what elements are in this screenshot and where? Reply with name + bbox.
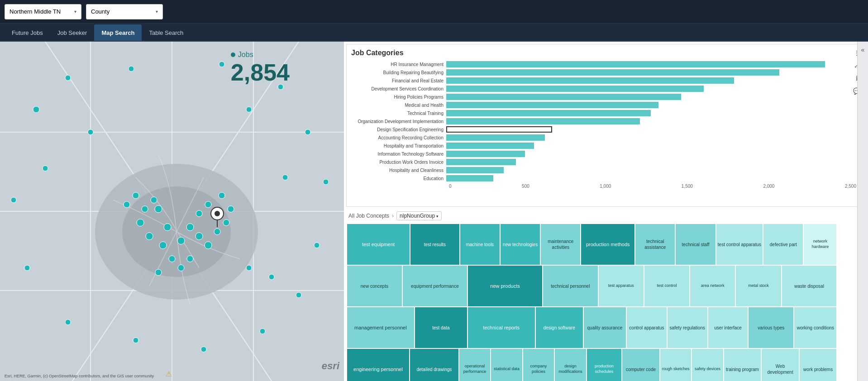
treemap-cell[interactable]: training program <box>724 349 761 381</box>
bar-row[interactable]: Hospitality and Transportation <box>351 142 861 149</box>
treemap-cell[interactable]: network hardware <box>804 224 836 265</box>
tab-map-search[interactable]: Map Search <box>94 24 142 41</box>
treemap-cell[interactable]: safety regulations <box>668 307 707 348</box>
bar-row[interactable]: Building Repairing Beautifying <box>351 69 861 76</box>
treemap-cell[interactable]: test data <box>415 307 467 348</box>
bar-row[interactable]: HR Insurance Managment <box>351 61 861 68</box>
treemap-cell[interactable]: waste disposal <box>782 266 837 306</box>
treemap-cell[interactable]: technical personnel <box>543 266 598 306</box>
treemap-cell[interactable]: new technologies <box>501 224 540 265</box>
treemap-cell[interactable]: detailed drawings <box>410 349 458 381</box>
treemap-cell[interactable]: technical assistance <box>635 224 675 265</box>
treemap-cell[interactable]: company policies <box>523 349 554 381</box>
treemap-cell[interactable]: user interface <box>708 307 748 348</box>
tab-table-search[interactable]: Table Search <box>142 24 191 41</box>
svg-point-52 <box>155 269 162 276</box>
treemap-cell[interactable]: test equipment <box>347 224 410 265</box>
treemap-cell[interactable]: quality assurance <box>584 307 626 348</box>
svg-point-19 <box>296 292 301 298</box>
treemap-cell[interactable]: engineering personnel <box>347 349 409 381</box>
treemap-cell[interactable]: operational performance <box>459 349 490 381</box>
bar-row[interactable]: Design Specification Engineering <box>351 126 861 133</box>
bar-label: Hospitality and Transportation <box>351 143 446 148</box>
tab-future-jobs[interactable]: Future Jobs <box>5 24 50 41</box>
treemap-cell[interactable]: design modifications <box>555 349 586 381</box>
treemap-cell[interactable]: computer code <box>622 349 659 381</box>
svg-point-26 <box>43 166 48 171</box>
svg-point-35 <box>177 237 185 244</box>
bar-row[interactable]: Education <box>351 175 861 182</box>
treemap-cell[interactable]: technical reports <box>468 307 535 348</box>
bar-row[interactable]: Hiring Policies Programs <box>351 93 861 100</box>
treemap-cell[interactable]: design software <box>536 307 583 348</box>
bar-row[interactable]: Information Technology Software <box>351 150 861 157</box>
treemap-cell[interactable]: work problems <box>800 349 837 381</box>
treemap-cell[interactable]: working conditions <box>794 307 836 348</box>
treemap-cell[interactable]: new concepts <box>347 266 402 306</box>
bar-row[interactable]: Hospitality and Cleanliness <box>351 167 861 174</box>
treemap-cell[interactable]: test results <box>410 224 459 265</box>
bar-row[interactable]: Development Services Coordination <box>351 85 861 92</box>
treemap-cell[interactable]: defective part <box>763 224 803 265</box>
map-canvas[interactable]: Jobs 2,854 esri Esri, HERE, Garmin, (c) … <box>0 42 344 381</box>
map-area[interactable]: Jobs 2,854 esri Esri, HERE, Garmin, (c) … <box>0 42 344 381</box>
bar-fill <box>446 143 534 149</box>
bar-label: Information Technology Software <box>351 152 446 157</box>
treemap-cell[interactable]: technical staff <box>676 224 715 265</box>
bar-label: Design Specification Engineering <box>351 127 446 132</box>
bar-container <box>446 126 861 133</box>
svg-point-20 <box>260 329 265 334</box>
all-job-concepts-label[interactable]: All Job Concepts <box>348 213 389 219</box>
bar-row[interactable]: Medical and Health <box>351 101 861 109</box>
treemap-cell[interactable]: metal stock <box>736 266 781 306</box>
treemap-cell[interactable]: area network <box>690 266 735 306</box>
county-dropdown[interactable]: County ▾ <box>86 4 163 19</box>
bar-row[interactable]: Accounting Recording Collection <box>351 134 861 141</box>
esri-attribution: Esri, HERE, Garmin, (c) OpenStreetMap co… <box>5 374 154 378</box>
svg-point-36 <box>186 224 194 231</box>
treemap-cell[interactable]: various types <box>749 307 793 348</box>
chart-panel: Job Categories ⋮ ⤢ ℹ 💬 HR Insurance Mana… <box>346 44 866 207</box>
bar-row[interactable]: Organization Development Implementation <box>351 118 861 125</box>
treemap-cell[interactable]: statistical data <box>491 349 522 381</box>
svg-point-22 <box>133 338 138 343</box>
bar-container <box>446 69 861 76</box>
treemap-cell[interactable]: new products <box>468 266 542 306</box>
svg-point-41 <box>228 206 234 212</box>
svg-point-42 <box>219 192 225 199</box>
sidebar-collapse-button[interactable]: « <box>857 42 868 381</box>
treemap-cell[interactable]: test apparatus <box>599 266 644 306</box>
treemap-cell[interactable]: maintenance activities <box>541 224 580 265</box>
treemap-header: All Job Concepts › nlpNounGroup ▾ <box>346 211 866 220</box>
svg-point-34 <box>159 242 167 249</box>
treemap-cell[interactable]: management personnel <box>347 307 414 348</box>
treemap-cell[interactable]: safety devices <box>692 349 723 381</box>
bar-fill <box>446 77 734 84</box>
svg-point-14 <box>219 62 224 67</box>
svg-point-13 <box>129 66 134 71</box>
treemap-cell[interactable]: machine tools <box>460 224 500 265</box>
bar-fill <box>446 175 493 181</box>
treemap-cell[interactable]: rough sketches <box>660 349 691 381</box>
jobs-label: Jobs <box>231 51 290 59</box>
bar-label: Hospitality and Cleanliness <box>351 168 446 173</box>
treemap-cell[interactable]: test control apparatus <box>716 224 763 265</box>
treemap-cell[interactable]: Web development <box>762 349 799 381</box>
bar-row[interactable]: Financial and Real Estate <box>351 77 861 84</box>
noun-group-dropdown[interactable]: nlpNounGroup ▾ <box>396 211 442 220</box>
bar-row[interactable]: Technical Training <box>351 110 861 117</box>
svg-point-38 <box>205 242 212 249</box>
bar-label: Production Work Orders Invoice <box>351 160 446 165</box>
svg-point-24 <box>24 265 30 271</box>
bar-container <box>446 143 861 149</box>
bar-row[interactable]: Production Work Orders Invoice <box>351 158 861 166</box>
warning-icon: ⚠ <box>166 370 172 378</box>
treemap-cell[interactable]: production methods <box>581 224 634 265</box>
tab-job-seeker[interactable]: Job Seeker <box>50 24 95 41</box>
region-dropdown[interactable]: Northern Middle TN ▾ <box>5 4 81 19</box>
treemap-cell[interactable]: test control <box>644 266 689 306</box>
svg-point-47 <box>142 206 148 212</box>
treemap-cell[interactable]: control apparatus <box>627 307 667 348</box>
treemap-cell[interactable]: equipment performance <box>403 266 467 306</box>
treemap-cell[interactable]: production schedules <box>587 349 622 381</box>
